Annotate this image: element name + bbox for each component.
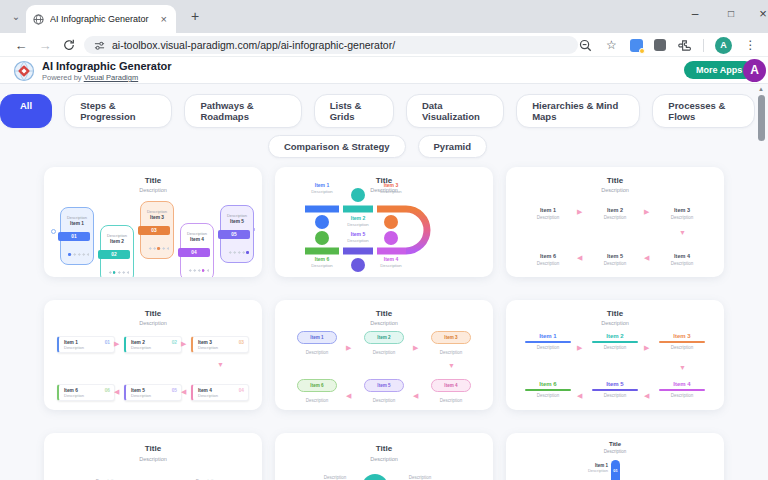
underline-bar [525,389,571,391]
list-item-card: Item 1Description01 [57,336,115,353]
template-card-partial-middle[interactable]: Title Description DescriptionItem 1 Desc… [275,433,493,480]
item-description: Description [515,345,581,350]
visual-paradigm-link[interactable]: Visual Paradigm [84,73,138,82]
browser-toolbar: ← → ai-toolbox.visual-paradigm.com/app/a… [0,33,768,57]
extensions-puzzle-icon[interactable] [677,38,692,53]
item-description: Description [515,261,581,266]
underline-bar [525,341,571,343]
pill-item: Item 5 [364,379,404,392]
card-description: Description [275,456,493,462]
extension-dark-icon[interactable] [654,39,666,51]
template-grid: Title Description Description Item 1 01 … [44,167,724,480]
item-description: Description [582,393,648,398]
filter-processes-flows[interactable]: Processes & Flows [652,94,755,128]
item-label: Item 2 [582,207,648,213]
arrow-right-icon: ▶ [644,344,649,352]
tab-search-icon[interactable]: ⌄ [8,9,24,25]
template-card-partial-left[interactable]: Title Description Description Descriptio… [44,433,262,480]
zoom-icon[interactable] [578,38,593,53]
menu-kebab-icon[interactable]: ⋮ [743,38,758,53]
arrow-right-icon: ▶ [413,344,418,352]
filter-pathways-roadmaps[interactable]: Pathways & Roadmaps [184,94,301,128]
item-label: Item 1 [515,333,581,339]
template-card-pill-grid[interactable]: Title Description Item 1 Description Ite… [275,300,493,410]
bookmark-star-icon[interactable]: ☆ [604,38,619,53]
filter-lists-grids[interactable]: Lists & Grids [314,94,394,128]
account-avatar[interactable]: A [743,59,766,82]
pill-item: Item 2 [364,331,404,344]
window-minimize-button[interactable]: – [678,0,712,30]
item-description: Description [515,393,581,398]
app-header: AI Infographic Generator Powered by Visu… [0,57,768,84]
step-ribbon: 05 [218,230,250,239]
item-description: Description [361,189,421,194]
active-dot [68,253,71,256]
browser-profile-avatar[interactable]: A [715,37,732,54]
item-description: Description [582,345,648,350]
scrollbar-thumb[interactable] [758,95,765,141]
window-close-button[interactable]: × [746,0,768,30]
arrow-left-icon: ◀ [413,392,418,400]
scrollbar-up-icon[interactable]: ▲ [758,86,764,92]
item-description: Description [582,215,648,220]
item-description: Description [515,215,581,220]
template-card-snake-path[interactable]: Title Description Item 1 Description Ite [275,167,493,277]
forward-icon[interactable]: → [36,36,54,54]
arrow-down-icon: ▼ [679,229,686,236]
item-label: Item 6 [515,253,581,259]
powered-by: Powered by Visual Paradigm [42,73,138,82]
filter-comparison-strategy[interactable]: Comparison & Strategy [268,135,406,158]
filter-steps-progression[interactable]: Steps & Progression [64,94,172,128]
card-title: Title [506,176,724,185]
filter-data-visualization[interactable]: Data Visualization [406,94,504,128]
list-item-card: Item 5Description05 [124,384,182,401]
reload-icon[interactable] [60,36,78,54]
template-card-zigzag-panels[interactable]: Title Description Description Item 1 01 … [44,167,262,277]
filter-hierarchies-mind-maps[interactable]: Hierarchies & Mind Maps [516,94,640,128]
filter-all[interactable]: All [0,94,52,128]
window-maximize-button[interactable]: □ [714,0,748,30]
item-label: Item 6 [515,381,581,387]
item-description: Description [284,350,350,355]
item-description: Description [351,398,417,403]
connector-ring [51,229,56,234]
template-card-underline-grid[interactable]: Title Description Item 1Description Item… [506,300,724,410]
visual-paradigm-logo [13,60,35,86]
site-info-icon[interactable] [94,40,105,51]
arrow-left-icon: ◀ [181,388,186,396]
page-scrollbar[interactable]: ▲ [755,84,768,480]
step-ribbon: 01 [58,232,90,241]
step-panel: Description Item 5 05 [220,205,254,263]
template-card-text-grid[interactable]: Title Description Item 1Description Item… [506,167,724,277]
list-item-card: Item 3Description03 [191,336,249,353]
category-filters: All Steps & Progression Pathways & Roadm… [0,84,755,158]
url-text[interactable]: ai-toolbox.visual-paradigm.com/app/ai-in… [112,39,395,51]
item-description: Description [328,222,388,227]
arrow-right-icon: ▶ [114,340,119,348]
progress-dots [188,269,209,272]
item-description: Description [649,345,715,350]
step-panel: Description Item 2 02 [100,225,134,277]
item-label: Item 1 [292,182,352,188]
pill-item: Item 4 [431,379,471,392]
back-icon[interactable]: ← [12,36,30,54]
template-card-list-cards[interactable]: Title Description Item 1Description01 It… [44,300,262,410]
extension-blue-icon[interactable] [630,39,643,52]
arrow-right-icon: ▶ [644,208,649,216]
tab-close-icon[interactable]: × [159,13,169,25]
item-label: Item 3 [361,182,421,188]
item-label: Item 3 [649,333,715,339]
timeline-bar: 01 [611,460,620,480]
progress-dots [108,271,129,274]
url-bar[interactable]: ai-toolbox.visual-paradigm.com/app/ai-in… [84,36,578,54]
browser-tab[interactable]: AI Infographic Generator × [26,5,176,33]
new-tab-button[interactable]: + [186,8,204,26]
item-description: Description [328,238,388,243]
item-description: Description [649,261,715,266]
filter-pyramid[interactable]: Pyramid [418,135,488,158]
globe-favicon-icon [33,14,44,25]
template-card-partial-right[interactable]: Title Description 01 Item 1 Description [506,433,724,480]
arrow-right-icon: ▶ [577,208,582,216]
card-title: Title [44,176,262,185]
arrow-right-icon: ▶ [181,340,186,348]
